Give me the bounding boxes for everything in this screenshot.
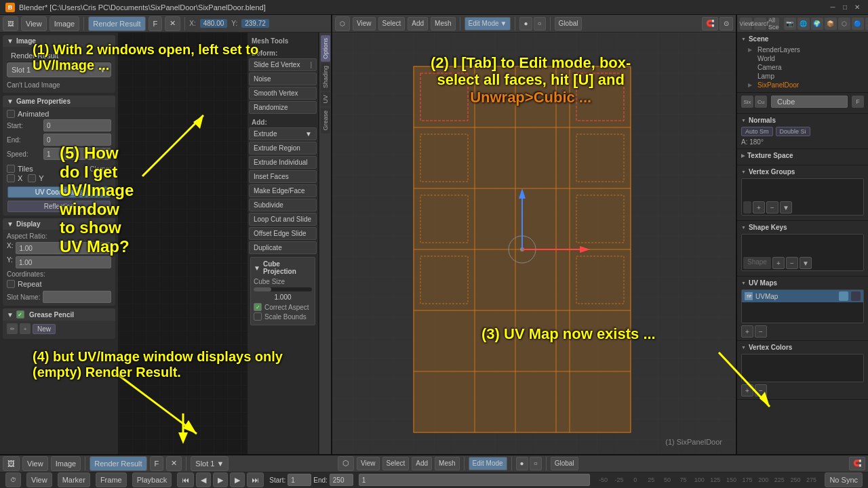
bottom-vp-view[interactable]: View: [357, 457, 380, 470]
edit-mode-button[interactable]: Edit Mode ▼: [465, 17, 511, 30]
image-menu[interactable]: Image: [50, 16, 80, 31]
vertex-colors-title[interactable]: ▼ Vertex Colors: [741, 344, 864, 351]
add-icon[interactable]: +: [20, 323, 31, 334]
editor-type-button[interactable]: 🖼: [3, 16, 18, 31]
bottom-edit-mode[interactable]: Edit Mode: [469, 457, 507, 470]
view-type-icon[interactable]: ⬡: [335, 16, 350, 31]
pin-button[interactable]: F: [149, 16, 163, 31]
bottom-pin-btn[interactable]: F: [150, 456, 164, 471]
render-icon[interactable]: 📷: [784, 18, 796, 30]
normals-title[interactable]: ▼ Normals: [741, 117, 864, 124]
bottom-view-btn[interactable]: View: [22, 456, 48, 471]
timeline-type-icon[interactable]: ⏱: [5, 472, 21, 487]
repeat-checkbox[interactable]: [7, 280, 15, 288]
render-result-display[interactable]: Render Result: [88, 16, 145, 31]
search-icon-button[interactable]: Search: [754, 18, 766, 30]
bottom-vp-add[interactable]: Add: [412, 457, 432, 470]
vtab-grease[interactable]: Grease: [321, 108, 330, 134]
image-section-header[interactable]: ▼ Image: [3, 35, 115, 47]
slot-name-input[interactable]: [43, 291, 111, 303]
scene-title[interactable]: ▼ Scene: [741, 35, 864, 43]
scene-lamp[interactable]: Lamp: [741, 72, 864, 81]
all-scenes-button[interactable]: All Sce: [768, 18, 779, 30]
timeline-marker-btn[interactable]: Marker: [58, 472, 90, 487]
add-uvmap-button[interactable]: +: [741, 325, 753, 338]
subdivide-button[interactable]: Subdivide: [249, 199, 317, 211]
add-vg-button[interactable]: +: [753, 201, 765, 214]
correct-aspect-checkbox[interactable]: ✓: [254, 303, 262, 311]
randomize-button[interactable]: Randomize: [249, 101, 317, 114]
close-image-button[interactable]: ✕: [165, 16, 180, 31]
view-menu[interactable]: View: [21, 16, 47, 31]
remove-vc-button[interactable]: −: [755, 384, 767, 396]
remove-sk-button[interactable]: −: [786, 257, 798, 269]
bottom-global-btn[interactable]: Global: [551, 457, 578, 470]
mesh-icon[interactable]: ⬡: [838, 18, 850, 30]
slot-dropdown[interactable]: Slot 1 ▼: [7, 62, 111, 77]
play-btn[interactable]: ▶: [213, 472, 228, 487]
offset-edge-button[interactable]: Offset Edge Slide: [249, 227, 317, 240]
grease-pencil-checkbox[interactable]: ✓: [16, 310, 24, 319]
extrude-region-button[interactable]: Extrude Region: [249, 142, 317, 155]
grease-pencil-header[interactable]: ▼ ✓ Grease Pencil: [3, 308, 115, 321]
remove-uvmap-button[interactable]: −: [755, 325, 767, 338]
start-frame-input[interactable]: 1: [288, 474, 311, 486]
start-value[interactable]: 0: [43, 119, 111, 131]
smooth-vertex-button[interactable]: Smooth Vertex: [249, 87, 317, 100]
display-section-header[interactable]: ▼ Display: [3, 218, 115, 230]
world-icon[interactable]: 🌍: [811, 18, 823, 30]
scene-sixpaneldoor[interactable]: ▶ SixPanelDoor: [741, 81, 864, 89]
scene-render-layers[interactable]: ▶ RenderLayers: [741, 45, 864, 54]
jump-end-btn[interactable]: ⏭: [247, 472, 264, 487]
noise-button[interactable]: Noise: [249, 73, 317, 85]
global-button[interactable]: Global: [555, 17, 583, 30]
jump-start-btn[interactable]: ⏮: [177, 472, 194, 487]
f-button[interactable]: F: [852, 96, 864, 108]
vtab-shading[interactable]: Shading: [321, 63, 330, 91]
viewport-view-menu[interactable]: View: [353, 17, 376, 30]
scene-world[interactable]: World: [741, 54, 864, 63]
viewport-mesh-menu[interactable]: Mesh: [431, 17, 455, 30]
extrude-button[interactable]: Extrude ▼: [249, 127, 317, 140]
slide-ed-button[interactable]: Slide Ed | Vertex: [249, 58, 317, 71]
y-checkbox[interactable]: [28, 174, 36, 182]
timeline-view-btn[interactable]: View: [26, 472, 52, 487]
vertex-groups-title[interactable]: ▼ Vertex Groups: [741, 168, 864, 176]
more-vg-options[interactable]: ▼: [780, 201, 792, 214]
timeline-frame-btn[interactable]: Frame: [96, 472, 127, 487]
solid-mode-button[interactable]: ●: [519, 17, 532, 30]
new-button[interactable]: New: [33, 324, 56, 334]
prop-edit-button[interactable]: ⊙: [719, 17, 733, 30]
inset-faces-button[interactable]: Inset Faces: [249, 170, 317, 183]
bottom-vp-select[interactable]: Select: [382, 457, 410, 470]
bottom-render-result[interactable]: Render Result: [90, 456, 146, 471]
bottom-magnet-btn[interactable]: 🧲: [849, 457, 865, 470]
vtab-options[interactable]: Options: [321, 35, 330, 62]
reflection-button[interactable]: Reflection: [7, 201, 111, 212]
extrude-individual-button[interactable]: Extrude Individual: [249, 156, 317, 169]
texture-space-title[interactable]: ▶ Texture Space: [741, 152, 864, 159]
six-icon[interactable]: Six: [741, 96, 753, 108]
material-icon[interactable]: 🔵: [852, 18, 864, 30]
uv-coordinates-button[interactable]: UV Coordinates: [7, 186, 111, 198]
more-sk-options[interactable]: ▼: [800, 257, 812, 269]
end-value[interactable]: 0: [43, 134, 111, 146]
end-frame-input[interactable]: 250: [330, 474, 353, 486]
next-frame-btn[interactable]: ▶: [230, 472, 245, 487]
viewport-add-menu[interactable]: Add: [408, 17, 428, 30]
prev-frame-btn[interactable]: ◀: [196, 472, 211, 487]
minimize-button[interactable]: ─: [827, 3, 838, 12]
bottom-close-btn[interactable]: ✕: [166, 456, 182, 471]
uv-maps-title[interactable]: ▼ UV Maps: [741, 279, 864, 287]
aspect-y-value[interactable]: 1.00: [16, 256, 111, 268]
uvmap-item[interactable]: 🗺 UVMap: [742, 290, 863, 302]
particles-icon[interactable]: ✨: [865, 18, 868, 30]
duplicate-button[interactable]: Duplicate: [249, 241, 317, 254]
magnet-icon-button[interactable]: 🧲: [702, 17, 718, 30]
vg-name-field[interactable]: [743, 201, 751, 214]
maximize-button[interactable]: □: [840, 3, 850, 12]
shape-keys-title[interactable]: ▼ Shape Keys: [741, 224, 864, 231]
animated-checkbox[interactable]: [7, 110, 15, 118]
aspect-x-value[interactable]: 1.00: [16, 242, 111, 254]
current-frame-input[interactable]: 1: [359, 474, 590, 486]
